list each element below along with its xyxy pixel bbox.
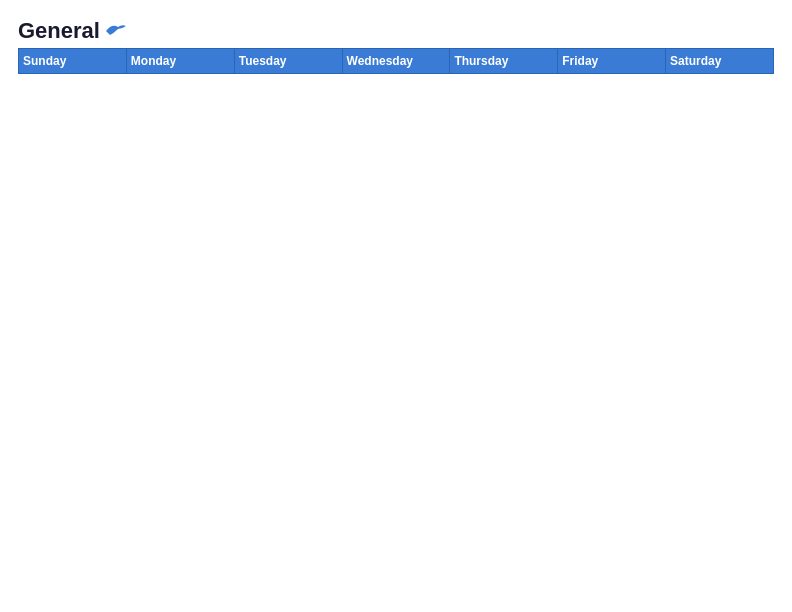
weekday-header-monday: Monday: [126, 49, 234, 74]
weekday-header-row: SundayMondayTuesdayWednesdayThursdayFrid…: [19, 49, 774, 74]
logo: General: [18, 18, 128, 40]
page: General SundayMondayTuesdayWednesdayThur…: [0, 0, 792, 612]
weekday-header-wednesday: Wednesday: [342, 49, 450, 74]
logo-bird-icon: [104, 21, 128, 41]
header: General: [18, 18, 774, 40]
calendar-table: SundayMondayTuesdayWednesdayThursdayFrid…: [18, 48, 774, 598]
weekday-header-tuesday: Tuesday: [234, 49, 342, 74]
logo-general: General: [18, 18, 100, 44]
weekday-header-friday: Friday: [558, 49, 666, 74]
weekday-header-saturday: Saturday: [666, 49, 774, 74]
weekday-header-sunday: Sunday: [19, 49, 127, 74]
weekday-header-thursday: Thursday: [450, 49, 558, 74]
